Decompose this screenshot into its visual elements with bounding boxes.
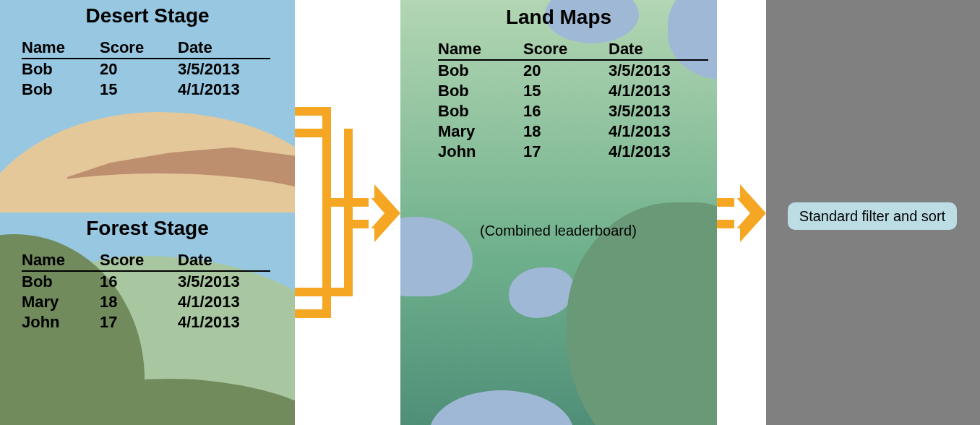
table-row: Bob 20 3/5/2013 (22, 59, 270, 80)
table-row: Mary 18 4/1/2013 (438, 121, 708, 142)
arrowhead-inner (734, 195, 750, 231)
table-header-row: Name Score Date (438, 39, 708, 60)
col-header-date: Date (178, 38, 270, 59)
merge-connector (322, 107, 331, 318)
col-header-name: Name (438, 39, 523, 60)
forest-leaderboard-table: Name Score Date Bob 16 3/5/2013 Mary 18 … (22, 250, 270, 332)
landmaps-title: Land Maps (400, 6, 717, 29)
combined-leaderboard-caption: (Combined leaderboard) (480, 223, 637, 239)
merge-connector (344, 129, 353, 296)
col-header-score: Score (100, 250, 178, 271)
col-header-name: Name (22, 38, 100, 59)
standard-filter-sort-label: Standard filter and sort (799, 208, 945, 225)
land-maps-panel: Land Maps Name Score Date Bob 20 3/5/201… (400, 0, 717, 425)
table-row: John 17 4/1/2013 (438, 142, 708, 162)
desert-leaderboard-table: Name Score Date Bob 20 3/5/2013 Bob 15 4… (22, 38, 270, 100)
table-row: Bob 20 3/5/2013 (438, 60, 708, 81)
standard-filter-sort-box: Standard filter and sort (788, 202, 957, 230)
table-row: Bob 16 3/5/2013 (22, 271, 270, 292)
merge-connector (295, 309, 331, 318)
forest-stage-panel: Forest Stage Name Score Date Bob 16 3/5/… (0, 212, 295, 425)
col-header-date: Date (609, 39, 708, 60)
forest-title: Forest Stage (0, 217, 295, 240)
col-header-name: Name (22, 250, 100, 271)
desert-stage-panel: Desert Stage Name Score Date Bob 20 3/5/… (0, 0, 295, 212)
table-row: Bob 16 3/5/2013 (438, 101, 708, 121)
table-row: Bob 15 4/1/2013 (438, 81, 708, 101)
table-row: John 17 4/1/2013 (22, 312, 270, 332)
landmaps-leaderboard-table: Name Score Date Bob 20 3/5/2013 Bob 15 4… (438, 39, 708, 162)
table-header-row: Name Score Date (22, 250, 270, 271)
table-row: Mary 18 4/1/2013 (22, 292, 270, 312)
merge-connector (295, 288, 353, 296)
table-row: Bob 15 4/1/2013 (22, 80, 270, 100)
arrowhead-inner (369, 195, 384, 231)
col-header-score: Score (523, 39, 609, 60)
table-header-row: Name Score Date (22, 38, 270, 59)
col-header-date: Date (178, 250, 270, 271)
col-header-score: Score (100, 38, 178, 59)
desert-title: Desert Stage (0, 4, 295, 27)
